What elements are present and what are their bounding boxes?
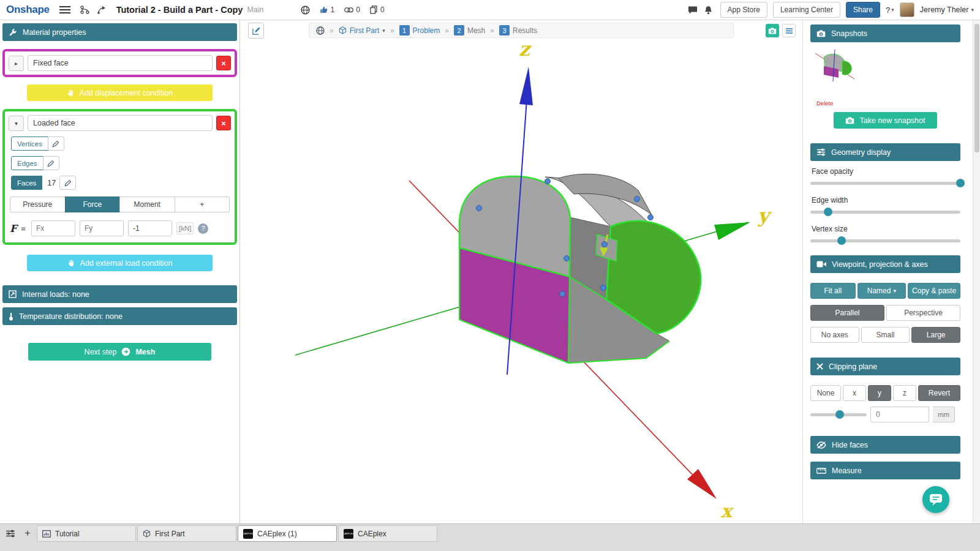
fit-all-button[interactable]: Fit all [810, 283, 856, 299]
named-views-button[interactable]: Named▾ [858, 283, 907, 299]
edge-width-slider[interactable] [810, 205, 960, 219]
tab-tutorial[interactable]: Tutorial [37, 525, 136, 542]
material-properties-header[interactable]: Material properties [2, 23, 237, 41]
edit-vertices-button[interactable] [48, 137, 64, 151]
breadcrumb-step-mesh[interactable]: 2 Mesh [454, 25, 485, 36]
user-menu[interactable]: Jeremy Theler ▾ [920, 6, 974, 14]
scrollbar-thumb[interactable] [974, 24, 979, 152]
take-snapshot-button[interactable]: Take new snapshot [834, 112, 937, 129]
tab-add[interactable]: + [175, 197, 230, 212]
vertices-selector-chip[interactable]: Vertices [11, 137, 48, 151]
vertex-dot[interactable] [477, 206, 482, 211]
remove-condition-button[interactable]: × [216, 56, 231, 70]
clip-y-button[interactable]: y [868, 385, 891, 401]
vertex-dot[interactable] [635, 197, 640, 202]
edit-button[interactable] [248, 23, 264, 39]
breadcrumb-part-link[interactable]: First Part ▾ [339, 26, 385, 35]
avatar[interactable] [900, 2, 914, 17]
help-menu[interactable]: ? ▾ [886, 6, 894, 15]
vertex-dot[interactable] [601, 285, 606, 291]
expand-condition-button[interactable]: ▸ [9, 56, 24, 71]
3d-scene[interactable]: z y x [240, 20, 802, 523]
breadcrumb-step-results[interactable]: 3 Results [499, 25, 537, 36]
fy-input[interactable] [80, 220, 124, 236]
learning-center-button[interactable]: Learning Center [773, 2, 840, 18]
internal-loads-header[interactable]: Internal loads: none [2, 285, 237, 303]
add-tab-button[interactable]: + [20, 525, 36, 541]
slider-thumb[interactable] [824, 208, 832, 216]
fixed-face-name-input[interactable] [28, 55, 213, 71]
vertex-dot[interactable] [602, 242, 608, 247]
fz-input[interactable] [128, 220, 172, 236]
viewport-camera-button[interactable] [766, 24, 779, 37]
likes-counter[interactable]: 1 [320, 6, 335, 14]
slider-thumb[interactable] [835, 410, 844, 419]
tab-manager-icon[interactable] [2, 525, 18, 541]
breadcrumb-step-problem[interactable]: 1 Problem [399, 25, 440, 36]
share-button[interactable]: Share [846, 2, 880, 18]
perspective-projection-button[interactable]: Perspective [886, 305, 960, 321]
copy-paste-button[interactable]: Copy & paste [908, 283, 960, 299]
tab-first-part[interactable]: First Part [137, 525, 236, 542]
vertex-dot[interactable] [545, 179, 551, 184]
notifications-bell-icon[interactable] [704, 6, 712, 15]
large-axes-button[interactable]: Large [911, 327, 960, 343]
vertex-size-slider[interactable] [810, 234, 960, 247]
vertex-dot[interactable] [648, 215, 654, 220]
3d-viewport[interactable]: z y x » First Part ▾ » 1 Problem » 2 Mes… [240, 20, 802, 523]
tab-caeplex[interactable]: CAEPLEX CAEplex [338, 525, 437, 542]
clip-z-button[interactable]: z [893, 385, 916, 401]
viewport-list-button[interactable] [782, 24, 796, 37]
add-displacement-condition-button[interactable]: Add displacement condition [27, 84, 213, 101]
geometry-display-header[interactable]: Geometry display [810, 143, 960, 161]
slider-thumb[interactable] [837, 236, 846, 245]
snapshots-header[interactable]: Snapshots [810, 24, 960, 42]
parallel-projection-button[interactable]: Parallel [810, 305, 884, 321]
slider-thumb[interactable] [956, 179, 965, 187]
clip-none-button[interactable]: None [810, 385, 841, 401]
workspace-name[interactable]: Main [247, 6, 263, 14]
links-counter[interactable]: 0 [344, 6, 360, 14]
app-store-button[interactable]: App Store [720, 2, 767, 18]
delete-snapshot-link[interactable]: Delete [816, 100, 833, 107]
clipping-plane-header[interactable]: Clipping plane [810, 358, 960, 375]
hide-faces-header[interactable]: Hide faces [810, 436, 960, 454]
remove-condition-button[interactable]: × [216, 116, 231, 130]
measure-header[interactable]: Measure [810, 462, 960, 479]
clip-offset-input[interactable] [870, 407, 929, 422]
edges-selector-chip[interactable]: Edges [11, 156, 43, 170]
snapshot-thumbnail[interactable] [812, 47, 857, 84]
no-axes-button[interactable]: No axes [810, 327, 859, 343]
tab-moment[interactable]: Moment [119, 197, 175, 212]
chat-button[interactable] [922, 486, 949, 513]
temperature-header[interactable]: Temperature distribution: none [2, 307, 237, 325]
clip-offset-slider[interactable] [810, 408, 867, 421]
face-opacity-slider[interactable] [810, 176, 960, 190]
faces-selector-chip[interactable]: Faces [11, 176, 42, 190]
force-help-button[interactable]: ? [198, 223, 208, 234]
hamburger-menu-icon[interactable] [59, 6, 70, 13]
copies-counter[interactable]: 0 [370, 6, 385, 14]
tab-pressure[interactable]: Pressure [10, 197, 66, 212]
add-external-load-button[interactable]: Add external load condition [27, 255, 213, 271]
viewpoint-header[interactable]: Viewpoint, projection & axes [810, 255, 960, 273]
globe-icon[interactable] [316, 26, 325, 35]
clip-x-button[interactable]: x [843, 385, 866, 401]
small-axes-button[interactable]: Small [861, 327, 910, 343]
collapse-condition-button[interactable]: ▾ [9, 116, 24, 131]
tab-caeplex-active[interactable]: CAEPLEX CAEplex (1) [238, 525, 337, 542]
vertex-dot[interactable] [564, 256, 570, 261]
loaded-face-name-input[interactable] [28, 115, 213, 131]
tab-force[interactable]: Force [65, 197, 121, 212]
edit-edges-button[interactable] [43, 156, 59, 170]
onshape-logo[interactable]: Onshape [6, 4, 50, 16]
history-icon[interactable] [97, 6, 107, 14]
versions-icon[interactable] [80, 6, 90, 14]
edit-faces-button[interactable] [59, 176, 76, 190]
clip-revert-button[interactable]: Revert [918, 385, 960, 401]
comments-icon[interactable] [688, 6, 698, 14]
next-step-button[interactable]: Next step Mesh [28, 343, 211, 361]
public-globe-icon[interactable] [301, 6, 310, 15]
right-scrollbar[interactable] [973, 20, 980, 523]
fx-input[interactable] [31, 220, 75, 236]
